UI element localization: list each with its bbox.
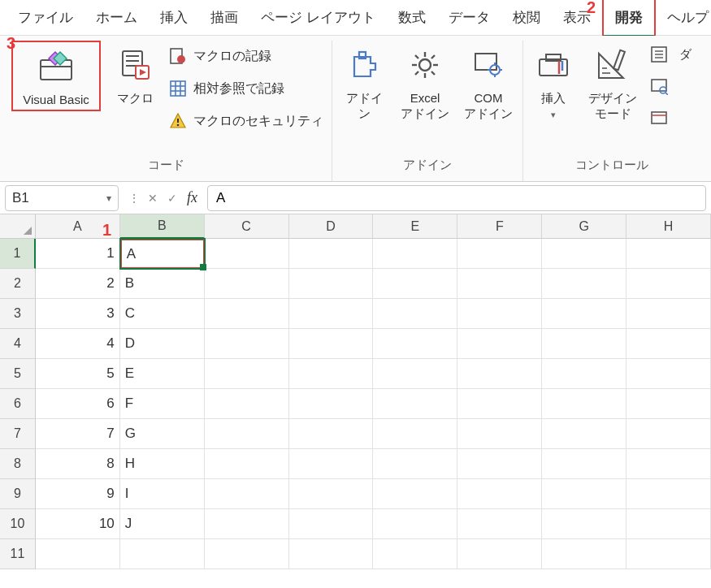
cell[interactable] bbox=[289, 509, 374, 539]
insert-control-button[interactable]: 挿入 ▾ bbox=[531, 41, 575, 121]
row-header[interactable]: 6 bbox=[0, 389, 36, 419]
cell[interactable]: 5 bbox=[36, 359, 120, 389]
tab-file[interactable]: ファイル bbox=[7, 0, 85, 35]
cell[interactable] bbox=[626, 479, 711, 509]
properties-icon[interactable] bbox=[650, 45, 668, 66]
cell[interactable] bbox=[457, 299, 542, 329]
cell[interactable] bbox=[457, 359, 542, 389]
cell[interactable] bbox=[373, 509, 457, 539]
cell[interactable] bbox=[289, 419, 374, 449]
cell[interactable] bbox=[626, 329, 711, 359]
cell[interactable] bbox=[457, 479, 542, 509]
cell[interactable]: D bbox=[120, 329, 205, 359]
cell[interactable] bbox=[626, 269, 711, 299]
relative-ref-button[interactable]: 相対参照で記録 bbox=[169, 80, 323, 97]
macro-security-button[interactable]: マクロのセキュリティ bbox=[169, 112, 323, 130]
cell[interactable]: 3 bbox=[36, 299, 120, 329]
cell[interactable] bbox=[373, 479, 457, 509]
com-addin-button[interactable]: COM アドイン bbox=[462, 41, 514, 122]
cell[interactable] bbox=[542, 359, 626, 389]
cell[interactable] bbox=[373, 299, 457, 329]
cancel-icon[interactable]: ✕ bbox=[148, 192, 158, 205]
cell[interactable]: J bbox=[120, 509, 205, 539]
cell[interactable] bbox=[373, 539, 457, 569]
cell[interactable] bbox=[205, 299, 289, 329]
tab-data[interactable]: データ bbox=[437, 0, 501, 35]
cell[interactable] bbox=[205, 509, 289, 539]
row-header[interactable]: 2 bbox=[0, 269, 36, 299]
cell[interactable] bbox=[457, 329, 542, 359]
cell[interactable] bbox=[289, 329, 374, 359]
tab-developer[interactable]: 開発 bbox=[602, 0, 656, 37]
cell[interactable] bbox=[626, 239, 711, 269]
macro-button[interactable]: マクロ bbox=[112, 41, 158, 106]
col-header-c[interactable]: C bbox=[205, 214, 289, 239]
tab-draw[interactable]: 描画 bbox=[199, 0, 249, 35]
cell[interactable] bbox=[373, 269, 457, 299]
cell[interactable] bbox=[626, 539, 711, 569]
dots-icon[interactable]: ⋮ bbox=[128, 192, 138, 205]
cell[interactable]: 4 bbox=[36, 329, 120, 359]
cell[interactable]: H bbox=[120, 449, 205, 479]
row-header[interactable]: 11 bbox=[0, 539, 36, 569]
cell[interactable]: 8 bbox=[36, 449, 120, 479]
enter-icon[interactable]: ✓ bbox=[167, 192, 177, 205]
cell[interactable] bbox=[542, 419, 626, 449]
tab-page-layout[interactable]: ページ レイアウト bbox=[249, 0, 387, 35]
col-header-f[interactable]: F bbox=[457, 214, 542, 239]
cell[interactable] bbox=[289, 479, 374, 509]
cell[interactable]: 7 bbox=[36, 419, 120, 449]
col-header-e[interactable]: E bbox=[373, 214, 457, 239]
cell[interactable]: 6 bbox=[36, 389, 120, 419]
col-header-g[interactable]: G bbox=[542, 214, 626, 239]
row-header[interactable]: 8 bbox=[0, 449, 36, 479]
cell[interactable] bbox=[205, 269, 289, 299]
cell[interactable] bbox=[205, 419, 289, 449]
cell[interactable] bbox=[289, 449, 374, 479]
cell[interactable]: C bbox=[120, 299, 205, 329]
cell[interactable] bbox=[457, 269, 542, 299]
cell[interactable] bbox=[457, 449, 542, 479]
cell[interactable]: F bbox=[120, 389, 205, 419]
cell[interactable] bbox=[626, 389, 711, 419]
cell[interactable] bbox=[373, 329, 457, 359]
select-all-corner[interactable] bbox=[0, 214, 36, 239]
cell[interactable] bbox=[205, 449, 289, 479]
cell[interactable] bbox=[542, 449, 626, 479]
formula-input[interactable] bbox=[207, 185, 706, 211]
cell[interactable] bbox=[205, 359, 289, 389]
col-header-a[interactable]: A bbox=[36, 214, 120, 239]
cell[interactable] bbox=[457, 539, 542, 569]
run-dialog-icon[interactable] bbox=[650, 109, 668, 129]
cell[interactable] bbox=[289, 239, 374, 269]
cell[interactable] bbox=[205, 479, 289, 509]
cell[interactable] bbox=[457, 419, 542, 449]
cell[interactable]: E bbox=[120, 359, 205, 389]
row-header[interactable]: 5 bbox=[0, 359, 36, 389]
cell[interactable]: 1 bbox=[36, 239, 120, 269]
view-code-icon[interactable] bbox=[650, 77, 668, 97]
cell[interactable] bbox=[36, 539, 120, 569]
cell[interactable] bbox=[289, 269, 374, 299]
cell[interactable] bbox=[542, 509, 626, 539]
cell[interactable]: G bbox=[120, 419, 205, 449]
cell[interactable]: 9 bbox=[36, 479, 120, 509]
excel-addin-button[interactable]: Excel アドイン bbox=[399, 41, 451, 122]
record-macro-button[interactable]: マクロの記録 bbox=[169, 47, 323, 65]
cell[interactable] bbox=[205, 539, 289, 569]
name-box[interactable]: B1 ▾ bbox=[5, 185, 119, 211]
cell[interactable] bbox=[542, 269, 626, 299]
row-header[interactable]: 9 bbox=[0, 479, 36, 509]
cell[interactable] bbox=[542, 479, 626, 509]
col-header-h[interactable]: H bbox=[626, 214, 711, 239]
cell[interactable] bbox=[542, 389, 626, 419]
visual-basic-button[interactable]: Visual Basic bbox=[11, 41, 101, 111]
cell[interactable] bbox=[626, 419, 711, 449]
cell[interactable] bbox=[373, 239, 457, 269]
tab-home[interactable]: ホーム bbox=[85, 0, 149, 35]
cell[interactable] bbox=[289, 389, 374, 419]
col-header-d[interactable]: D bbox=[289, 214, 374, 239]
design-mode-button[interactable]: デザイン モード bbox=[587, 41, 639, 122]
cell[interactable]: 2 bbox=[36, 269, 120, 299]
cell[interactable] bbox=[120, 539, 205, 569]
